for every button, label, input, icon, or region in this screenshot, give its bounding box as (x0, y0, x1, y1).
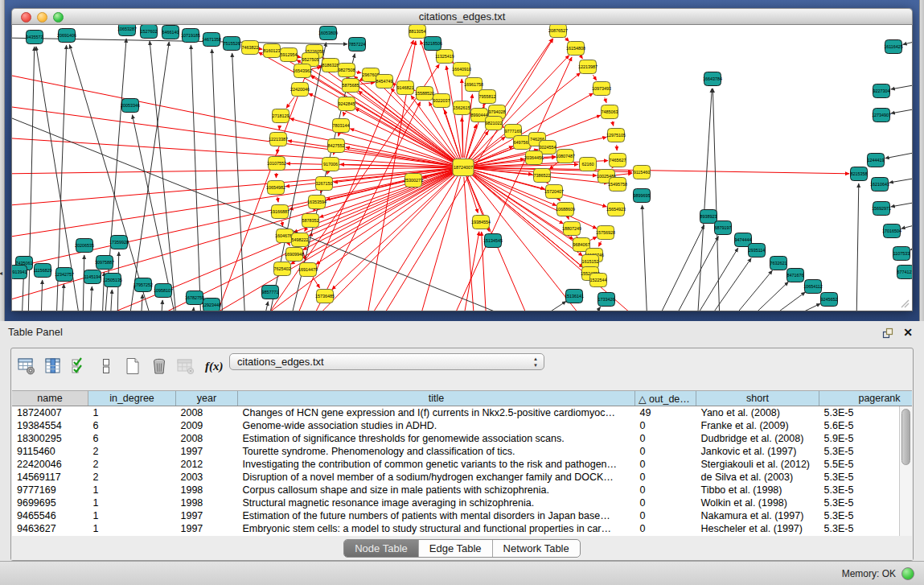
network-window-titlebar[interactable]: citations_edges.txt (11, 8, 913, 25)
graph-node-label: 1244419 (868, 158, 885, 163)
citation-edge (605, 97, 606, 102)
select-all-icon[interactable] (69, 356, 90, 377)
tab-node-table[interactable]: Node Table (344, 540, 418, 557)
delete-icon[interactable] (149, 356, 170, 377)
table-row[interactable]: 946554611997Estimation of the future num… (12, 509, 912, 522)
graph-node-label: 5878352 (302, 218, 319, 223)
column-header-in_degree[interactable]: in_degree (88, 391, 176, 406)
collapse-left-arrow-icon[interactable]: ◂ (0, 270, 2, 277)
graph-node-label: 11325419 (435, 54, 454, 59)
table-panel-box: f(x) citations_edges.txt ▲▼ namein_degre… (10, 348, 914, 561)
graph-node-label: 20206535 (75, 243, 94, 248)
graph-node-label: 15736485 (315, 294, 335, 299)
table-panel-title: Table Panel (8, 326, 63, 338)
graph-node-label: 5912954 (281, 52, 298, 57)
edge (192, 307, 194, 311)
float-panel-icon[interactable] (881, 327, 894, 340)
dropdown-arrows-icon: ▲▼ (533, 356, 538, 369)
graph-node-label: 10653287 (117, 27, 137, 31)
close-panel-icon[interactable]: ✕ (903, 327, 913, 338)
edge (705, 258, 751, 311)
tab-edge-table[interactable]: Edge Table (418, 540, 492, 557)
table-row[interactable]: 1938455462009Genome-wide association stu… (12, 419, 912, 432)
table-row[interactable]: 1872400712008Changes of HCN gene express… (12, 406, 912, 420)
table-row[interactable]: 969969511998Structural magnetic resonanc… (12, 496, 912, 509)
graph-node-label: 9322037 (433, 98, 450, 103)
edge (191, 45, 201, 311)
graph-node-label: 9684067 (573, 242, 590, 247)
graph-node-label: 8990444 (471, 113, 488, 117)
column-header-pagerank[interactable]: pagerank (819, 391, 913, 406)
rows-icon[interactable] (96, 356, 117, 377)
show-column-icon[interactable] (43, 356, 64, 377)
graph-node-label: 1733426 (598, 297, 615, 302)
table-select-dropdown[interactable]: citations_edges.txt ▲▼ (229, 353, 544, 370)
table-row[interactable]: 2242004622012Investigating the contribut… (12, 458, 912, 471)
citation-edge (356, 72, 361, 72)
graph-node-label: 22420046 (290, 87, 310, 92)
column-header-name[interactable]: name (12, 391, 88, 406)
graph-node-label: 10654982 (266, 185, 285, 190)
new-table-icon[interactable] (122, 356, 143, 377)
tab-network-table[interactable]: Network Table (492, 540, 580, 557)
table-row[interactable]: 911546021997Tourette syndrome. Phenomeno… (12, 445, 912, 458)
graph-node-label: 9474444 (735, 237, 752, 242)
edge (232, 53, 245, 311)
desktop-background: ◂ citations_edges.txt 18724007746382 (0, 0, 924, 321)
citation-edge (503, 127, 504, 128)
canvas-resize-grip[interactable] (900, 299, 910, 308)
graph-node-label: 8454749 (376, 79, 393, 84)
table-panel: Table Panel ✕ (0, 321, 924, 585)
column-header-title[interactable]: title (238, 391, 635, 406)
graph-node-label: 5498222 (292, 237, 309, 242)
table-settings-icon[interactable] (16, 356, 37, 377)
network-window: citations_edges.txt 18724007746382281601… (11, 8, 913, 310)
left-panel-edge: ◂ (0, 0, 5, 321)
citation-edge (12, 105, 454, 166)
citation-edge (590, 237, 598, 240)
table-toolbar: f(x) (16, 352, 232, 380)
function-builder-icon[interactable]: f(x) (205, 360, 224, 373)
column-header-out_de[interactable]: △ out_de… (635, 391, 696, 406)
network-canvas-container[interactable]: 1872400774638228160123591295415226058952… (11, 25, 913, 311)
graph-node-label: 10719185 (181, 33, 200, 38)
table-row[interactable]: 977716911998Corpus callosum shape and si… (12, 484, 912, 496)
citation-edge (290, 245, 290, 246)
table-body: 1872400712008Changes of HCN gene express… (12, 406, 912, 536)
edge (856, 183, 859, 311)
memory-status-label: Memory: OK (842, 568, 896, 579)
network-canvas[interactable]: 1872400774638228160123591295415226058952… (12, 25, 912, 311)
graph-node-label: 8813054 (409, 29, 426, 34)
graph-node-label: 8938923 (700, 214, 717, 219)
edge (891, 109, 912, 113)
citation-edge (288, 141, 454, 166)
citation-edge (312, 67, 321, 68)
graph-node-label: 15720407 (544, 189, 564, 194)
table-scrollbar[interactable] (899, 406, 912, 536)
graph-node-label: 16909948 (285, 252, 304, 257)
citation-edge (279, 126, 280, 130)
graph-node-label: 15756928 (596, 230, 615, 235)
citation-edge (12, 170, 454, 303)
graph-node-label: 25300273 (404, 178, 423, 183)
graph-node-label: 9227304 (873, 89, 890, 93)
graph-node-label: 9435572 (27, 35, 43, 39)
edge (90, 286, 92, 311)
column-header-year[interactable]: year (176, 391, 238, 406)
graph-node-label: 1527602 (141, 29, 158, 34)
table-scrollbar-thumb[interactable] (901, 409, 910, 465)
edge (110, 290, 112, 311)
table-row[interactable]: 1456911722003Disruption of a novel membe… (12, 471, 912, 484)
graph-node-label: 7857224 (349, 42, 366, 47)
graph-node-label: 10688609 (556, 207, 575, 212)
edge (728, 270, 772, 311)
graph-node-label: 9242845 (339, 101, 355, 106)
table-row[interactable]: 946362711997Embryonic stem cells: a mode… (12, 522, 912, 535)
citation-edge (473, 167, 849, 174)
edge (655, 225, 704, 311)
edge (211, 49, 223, 311)
column-header-short[interactable]: short (696, 391, 819, 406)
citation-edge (581, 56, 583, 59)
graph-node-label: 12213387 (269, 137, 288, 142)
table-row[interactable]: 1830029562008Estimation of significance … (12, 432, 912, 445)
